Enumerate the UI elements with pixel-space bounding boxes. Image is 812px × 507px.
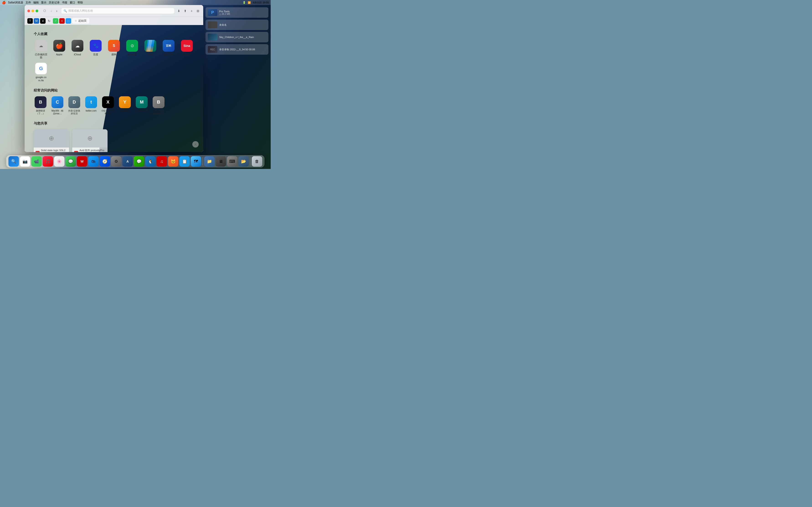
dock-item-photos[interactable]: 🌸 (54, 156, 64, 167)
minimize-button[interactable] (32, 10, 34, 12)
freq-item-b[interactable]: B 路障暗语（了…） (34, 96, 47, 115)
bookmark-item-baiduwiki[interactable]: 百科 百度百科 (161, 40, 176, 59)
mindmap-icon: 🗺 (194, 159, 198, 164)
active-tab[interactable]: ☆ 起始页 (72, 18, 89, 24)
tab-icon-red[interactable]: X (59, 18, 65, 24)
dock-item-trash[interactable]: 🗑 (252, 156, 262, 167)
dock-item-screenshot[interactable]: 📷 (20, 156, 30, 167)
dock-item-safari[interactable]: 🧭 (100, 156, 110, 167)
more-icon: ⌨ (229, 159, 235, 164)
apple-menu[interactable]: 🍎 (2, 1, 6, 4)
active-tab-label: 起始页 (79, 19, 87, 23)
newtab-settings-button[interactable]: ≡ (192, 141, 199, 148)
shared-card-2[interactable]: ⊕ J Avid 软件 protools/Pro Tool… jd.com 胡 … (72, 129, 107, 152)
freq-icon-douyin: D (68, 96, 80, 108)
bookmark-label-weibo: 新浪网 (183, 53, 191, 56)
tab-icon-m[interactable]: M (34, 18, 39, 24)
bookmark-item-apple[interactable]: 🍎 Apple (52, 40, 66, 59)
menu-window[interactable]: 窗口 (70, 1, 75, 5)
address-bar[interactable]: 🔍 搜索或输入网站名称 (61, 8, 174, 14)
photos-icon: 🌸 (57, 159, 62, 164)
freq-item-xiaohongshu[interactable]: X 小红书创作服务平台 (101, 96, 115, 115)
sidebar-title-recording: 录音录制 2022-__9_54:50 00:06 (219, 48, 266, 51)
bookmark-item-google[interactable]: G google.co m.hk (34, 63, 48, 82)
dock-item-settings[interactable]: ⚙ (111, 156, 121, 167)
bookmark-item-weibo[interactable]: Sina 新浪网 (180, 40, 194, 59)
bookmark-item-bing[interactable]: Bing (143, 40, 158, 59)
add-tab-button[interactable]: + (189, 8, 194, 13)
back-button[interactable]: ‹ (49, 8, 54, 13)
tab-overview-button[interactable]: ⊞ (196, 8, 201, 13)
maximize-button[interactable] (36, 10, 38, 12)
dock-item-ncm[interactable]: ♫ (156, 156, 167, 167)
miao-icon: 🐱 (171, 159, 176, 164)
dock-item-reminder[interactable]: 📋 (179, 156, 190, 167)
menu-file[interactable]: 文件 (26, 1, 31, 5)
shared-section: 与您共享 ⊕ J Solid state logic SSL2 + 零… jd.… (34, 121, 194, 152)
shared-thumb-2: ⊕ (72, 129, 107, 148)
dock-item-mindmap[interactable]: 🗺 (191, 156, 201, 167)
tab-icon-blue[interactable]: □ (66, 18, 71, 24)
dock-item-qq[interactable]: 🐧 (145, 156, 156, 167)
freq-label-macwk: MacWk - 精品mac… (51, 110, 64, 115)
bookmark-item-360[interactable]: ⊙ 360搜索 (125, 40, 140, 59)
menu-bookmarks[interactable]: 书签 (62, 1, 67, 5)
tab-icon-refresh[interactable]: ↻ (47, 18, 52, 24)
bookmark-label-baiduwiki: 百度百科 (164, 53, 173, 56)
tab-icon-tiktok2[interactable]: d (40, 18, 46, 24)
tab-icon-tiktok[interactable]: T (27, 18, 33, 24)
sidebar-item-sky[interactable]: Sky_Children_o f_the__e_Rain (205, 32, 268, 42)
bookmark-item-baidu[interactable]: 🐾 百度 (88, 40, 103, 59)
freq-item-monocloud[interactable]: M MonoCloud (135, 96, 149, 115)
bookmark-item-saved[interactable]: ☁ 已存储的页面 (34, 40, 48, 59)
freq-item-video[interactable]: B This video has been… (152, 96, 165, 115)
bookmark-item-icloud[interactable]: ☁ iCloud (70, 40, 85, 59)
dock-item-folder3[interactable]: 📂 (238, 156, 249, 167)
sidebar-title-sky: Sky_Children_o f_the__e_Rain (219, 36, 266, 39)
dock-item-music[interactable]: 🎵 (43, 156, 53, 167)
facetime-icon: 📹 (34, 159, 39, 164)
shared-title-2: Avid 软件 protools/Pro Tool… (80, 149, 106, 152)
freq-item-faxian[interactable]: Y 发现曲谱 (118, 96, 132, 115)
bookmark-item-sogou[interactable]: S 搜狗 (107, 40, 121, 59)
sidebar-item-recording[interactable]: REC 录音录制 2022-__9_54:50 00:06 (205, 44, 268, 55)
menu-safari[interactable]: Safari浏览器 (8, 1, 23, 5)
dock-item-folder1[interactable]: 📁 (204, 156, 215, 167)
freq-item-twitter[interactable]: t twitter.com (84, 96, 98, 115)
freq-item-douyin[interactable]: D 抖音·记录美好生活 (67, 96, 81, 115)
dock-item-appstore[interactable]: 🛍 (88, 156, 99, 167)
nav-buttons: ‹ › (49, 8, 59, 13)
shared-title: 与您共享 (34, 121, 194, 126)
dock-item-folder2[interactable]: 🖥 (215, 156, 226, 167)
dock-item-iterm[interactable]: A (122, 156, 133, 167)
sidebar-sub-protools: △ 26.2 MB (219, 13, 266, 15)
menu-help[interactable]: 帮助 (78, 1, 83, 5)
forward-button[interactable]: › (54, 8, 59, 13)
dock-item-facetime[interactable]: 📹 (31, 156, 42, 167)
dock-item-wechat[interactable]: 💬 (134, 156, 144, 167)
sidebar-item-protools[interactable]: P Pro Tools △ 26.2 MB (205, 7, 268, 18)
shared-card-1[interactable]: ⊕ J Solid state logic SSL2 + 零… jd.com 胡… (34, 129, 69, 152)
menu-edit[interactable]: 编辑 (33, 1, 39, 5)
battery-indicator: 🔋 (243, 1, 246, 4)
dock-item-wps[interactable]: W (77, 156, 87, 167)
sidebar-text-4: 录音录制 2022-__9_54:50 00:06 (219, 48, 266, 51)
sidebar-toggle-button[interactable]: ⎔ (42, 8, 47, 13)
close-button[interactable] (27, 10, 30, 12)
dock-item-miao[interactable]: 🐱 (168, 156, 179, 167)
download-button[interactable]: ⬇ (176, 8, 181, 13)
menu-history[interactable]: 历史记录 (49, 1, 60, 5)
sidebar-text-3: Sky_Children_o f_the__e_Rain (219, 36, 266, 39)
dock-item-messages[interactable]: 💬 (65, 156, 76, 167)
dock-item-finder[interactable]: 🔍 (8, 156, 19, 167)
freq-item-macwk[interactable]: C MacWk - 精品mac… (51, 96, 64, 115)
menu-view[interactable]: 显示 (41, 1, 47, 5)
sidebar-item-unnamed[interactable]: 未命名 (205, 19, 268, 30)
menubar-right: 🔋 📶 9月01日 19:55 (243, 1, 269, 4)
freq-label-xiaohongshu: 小红书创作服务平台 (101, 110, 115, 115)
tab-icon-checkmark[interactable]: ✓ (53, 18, 58, 24)
dock-item-more[interactable]: ⌨ (227, 156, 238, 167)
bookmark-icon-baiduwiki: 百科 (163, 40, 174, 52)
share-button[interactable]: ⬆ (183, 8, 188, 13)
folder2-icon: 🖥 (219, 159, 223, 164)
